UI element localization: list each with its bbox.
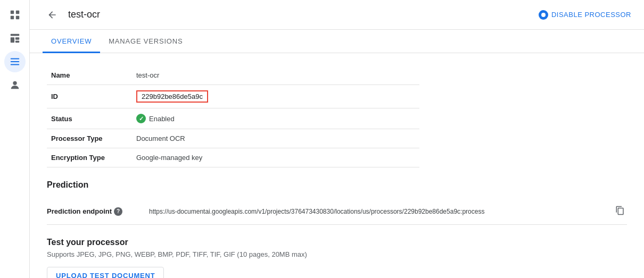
svg-rect-10 [10,64,19,65]
table-row: Status Enabled [47,108,419,129]
prediction-row: Prediction endpoint ? https://us-documen… [47,198,627,225]
svg-rect-5 [10,37,14,43]
prediction-endpoint-label: Prediction endpoint ? [47,207,143,216]
svg-rect-8 [10,58,19,60]
field-label-encryption-type: Encryption Type [47,148,132,167]
field-value-id: 229b92be86de5a9c [132,85,419,108]
prediction-url: https://us-documentai.googleapis.com/v1/… [149,208,607,215]
main-content: test-ocr DISABLE PROCESSOR OVERVIEW MANA… [30,0,644,278]
test-section-subtitle: Supports JPEG, JPG, PNG, WEBP, BMP, PDF,… [47,250,627,258]
svg-rect-0 [10,11,13,14]
svg-rect-7 [15,41,19,43]
svg-rect-6 [15,37,19,40]
status-enabled: Enabled [136,114,415,123]
svg-rect-1 [15,11,19,14]
field-label-processor-type: Processor Type [47,129,132,148]
field-value-name: test-ocr [132,66,419,85]
sidebar-item-pipeline[interactable] [4,51,26,72]
table-row: Encryption Type Google-managed key [47,148,419,167]
check-circle-icon [136,114,146,123]
field-label-id: ID [47,85,132,108]
sidebar-item-document-list[interactable] [4,4,26,26]
sidebar-item-dashboard[interactable] [4,28,26,49]
help-icon[interactable]: ? [114,207,122,216]
page-title: test-ocr [68,9,532,20]
field-label-name: Name [47,66,132,85]
table-row: Processor Type Document OCR [47,129,419,148]
upload-test-document-button[interactable]: UPLOAD TEST DOCUMENT [47,267,164,278]
field-value-status: Enabled [132,108,419,129]
field-value-processor-type: Document OCR [132,129,419,148]
field-value-encryption-type: Google-managed key [132,148,419,167]
sidebar-item-person[interactable] [4,74,26,96]
back-button[interactable] [43,5,62,24]
test-section-title: Test your processor [47,238,627,247]
test-section: Test your processor Supports JPEG, JPG, … [47,238,627,278]
svg-rect-2 [10,16,13,19]
svg-point-11 [13,81,16,85]
sidebar [0,0,30,278]
content-area: Name test-ocr ID 229b92be86de5a9c Status… [30,53,644,278]
table-row: Name test-ocr [47,66,419,85]
tab-overview[interactable]: OVERVIEW [43,30,100,53]
prediction-section-title: Prediction [47,180,627,190]
info-table: Name test-ocr ID 229b92be86de5a9c Status… [47,66,419,167]
svg-rect-9 [10,61,19,62]
disable-icon [539,10,548,20]
table-row: ID 229b92be86de5a9c [47,85,419,108]
tab-manage-versions[interactable]: MANAGE VERSIONS [100,30,191,53]
svg-rect-4 [10,34,19,36]
field-label-status: Status [47,108,132,129]
svg-rect-3 [15,16,19,19]
disable-processor-button[interactable]: DISABLE PROCESSOR [539,10,631,20]
copy-url-button[interactable] [613,204,627,219]
id-badge: 229b92be86de5a9c [136,90,208,103]
header: test-ocr DISABLE PROCESSOR [30,0,644,30]
disable-button-label: DISABLE PROCESSOR [551,11,631,19]
tabs-bar: OVERVIEW MANAGE VERSIONS [30,30,644,53]
